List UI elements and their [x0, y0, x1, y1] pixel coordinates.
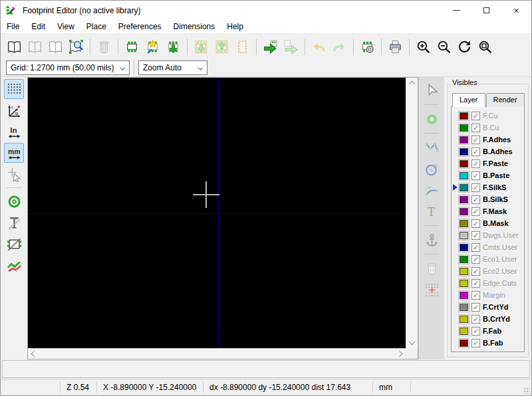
layer-visibility-checkbox[interactable]: ✓	[471, 124, 480, 132]
layer-row-b-paste[interactable]: ✓B.Paste	[452, 169, 524, 181]
scroll-up-icon[interactable]	[409, 81, 416, 88]
layer-row-f-mask[interactable]: ✓F.Mask	[452, 205, 524, 217]
layer-row-eco1-user[interactable]: ✓Eco1.User	[452, 253, 524, 265]
maximize-button[interactable]	[471, 1, 501, 20]
layer-row-b-mask[interactable]: ✓B.Mask	[452, 217, 524, 229]
menu-view[interactable]: View	[51, 21, 80, 33]
zoom-fit-button[interactable]	[475, 37, 495, 56]
layer-color-swatch[interactable]	[458, 219, 469, 229]
layer-color-swatch[interactable]	[458, 111, 469, 121]
delete-tool-button[interactable]	[422, 258, 442, 278]
layer-visibility-checkbox[interactable]: ✓	[471, 195, 480, 204]
layer-row-b-cu[interactable]: ✓B.Cu	[452, 122, 524, 134]
layer-color-swatch[interactable]	[458, 243, 469, 252]
layer-row-f-adhes[interactable]: ✓F.Adhes	[452, 134, 524, 146]
close-button[interactable]: ×	[501, 1, 531, 20]
minimize-button[interactable]	[442, 1, 471, 20]
layer-visibility-checkbox[interactable]: ✓	[471, 183, 480, 192]
layer-row-f-fab[interactable]: ✓F.Fab	[452, 325, 524, 337]
zoom-in-button[interactable]	[414, 37, 433, 56]
layer-color-swatch[interactable]	[458, 314, 469, 324]
layer-color-swatch[interactable]	[458, 302, 469, 312]
zoom-out-button[interactable]	[434, 37, 454, 56]
menu-dimensions[interactable]: Dimensions	[168, 21, 221, 33]
layer-row-margin[interactable]: ✓Margin	[452, 289, 524, 301]
layer-visibility-checkbox[interactable]: ✓	[471, 112, 480, 120]
cursor-shape-button[interactable]	[4, 164, 24, 184]
layer-color-swatch[interactable]	[458, 338, 469, 348]
layer-visibility-checkbox[interactable]: ✓	[471, 327, 480, 336]
layer-visibility-checkbox[interactable]: ✓	[471, 148, 480, 156]
layer-color-swatch[interactable]	[458, 135, 469, 145]
add-arc-tool-button[interactable]	[422, 180, 442, 200]
layer-row-b-silks[interactable]: ✓B.SilkS	[452, 193, 524, 205]
print-button[interactable]	[386, 37, 405, 56]
layer-row-b-fab[interactable]: ✓B.Fab	[452, 337, 524, 349]
scroll-left-icon[interactable]	[31, 351, 38, 357]
select-active-library-button[interactable]	[5, 37, 24, 56]
layer-color-swatch[interactable]	[458, 254, 469, 264]
layer-row-cmts-user[interactable]: ✓Cmts.User	[452, 241, 524, 253]
set-anchor-tool-button[interactable]	[422, 230, 442, 250]
polar-coordinates-button[interactable]: rφ	[4, 100, 24, 120]
layer-visibility-checkbox[interactable]: ✓	[471, 339, 480, 347]
layer-color-swatch[interactable]	[458, 266, 469, 276]
layer-color-swatch[interactable]	[458, 207, 469, 217]
layer-color-swatch[interactable]	[458, 123, 469, 133]
horizontal-scrollbar[interactable]	[28, 348, 406, 359]
add-line-tool-button[interactable]	[422, 138, 442, 157]
resize-grip-icon[interactable]	[523, 387, 530, 394]
menu-help[interactable]: Help	[221, 21, 249, 33]
menu-place[interactable]: Place	[80, 21, 112, 33]
redraw-view-button[interactable]	[455, 37, 474, 56]
layer-row-f-crtyd[interactable]: ✓F.CrtYd	[452, 301, 524, 313]
layer-color-swatch[interactable]	[458, 171, 469, 181]
layer-row-f-paste[interactable]: ✓F.Paste	[452, 157, 524, 169]
layer-visibility-checkbox[interactable]: ✓	[471, 255, 480, 264]
layer-row-eco2-user[interactable]: ✓Eco2.User	[452, 265, 524, 277]
layer-visibility-checkbox[interactable]: ✓	[471, 279, 480, 288]
scroll-right-icon[interactable]	[396, 351, 403, 357]
new-footprint-wizard-button[interactable]	[143, 37, 162, 56]
menu-preferences[interactable]: Preferences	[112, 21, 168, 33]
units-millimeters-button[interactable]: mm	[4, 143, 24, 163]
grid-origin-tool-button[interactable]	[422, 280, 442, 300]
zoom-select[interactable]: Zoom Auto	[138, 60, 207, 75]
import-footprint-button[interactable]	[261, 37, 280, 56]
layer-row-edge-cuts[interactable]: ✓Edge.Cuts	[452, 277, 524, 289]
layer-row-b-adhes[interactable]: ✓B.Adhes	[452, 146, 524, 157]
layer-visibility-checkbox[interactable]: ✓	[471, 159, 480, 168]
layer-visibility-checkbox[interactable]: ✓	[471, 243, 480, 252]
units-inches-button[interactable]: In	[4, 122, 24, 142]
layer-visibility-checkbox[interactable]: ✓	[471, 136, 480, 144]
layer-color-swatch[interactable]	[458, 278, 469, 288]
texts-sketch-mode-button[interactable]	[4, 213, 24, 233]
layer-color-swatch[interactable]	[458, 195, 469, 205]
layer-row-dwgs-user[interactable]: ✓Dwgs.User	[452, 229, 524, 241]
layer-visibility-checkbox[interactable]: ✓	[471, 207, 480, 216]
pads-sketch-mode-button[interactable]	[4, 191, 24, 211]
scroll-down-icon[interactable]	[409, 339, 416, 346]
open-footprint-viewer-button[interactable]	[66, 37, 86, 56]
layer-visibility-checkbox[interactable]: ✓	[471, 315, 480, 324]
layer-visibility-checkbox[interactable]: ✓	[471, 171, 480, 180]
tab-layer[interactable]: Layer	[452, 93, 485, 107]
grid-select[interactable]: Grid: 1.2700 mm (50.00 mils)	[6, 60, 130, 75]
layer-visibility-checkbox[interactable]: ✓	[471, 267, 480, 276]
menu-edit[interactable]: Edit	[25, 21, 51, 33]
layer-color-swatch[interactable]	[458, 147, 469, 157]
layer-visibility-checkbox[interactable]: ✓	[471, 303, 480, 312]
layer-row-f-cu[interactable]: ✓F.Cu	[452, 110, 524, 122]
layer-color-swatch[interactable]	[458, 159, 469, 169]
select-tool-button[interactable]	[422, 80, 442, 100]
layer-color-swatch[interactable]	[458, 290, 469, 300]
layer-visibility-checkbox[interactable]: ✓	[471, 231, 480, 240]
layer-row-f-silks[interactable]: ✓F.SilkS	[452, 181, 524, 193]
high-contrast-mode-button[interactable]	[4, 255, 24, 275]
layer-visibility-checkbox[interactable]: ✓	[471, 291, 480, 300]
add-text-tool-button[interactable]: T	[422, 201, 442, 221]
vertical-scrollbar[interactable]	[406, 78, 418, 348]
layer-color-swatch[interactable]	[458, 326, 469, 336]
add-pad-tool-button[interactable]	[422, 109, 442, 129]
load-footprint-from-library-button[interactable]	[164, 37, 183, 56]
